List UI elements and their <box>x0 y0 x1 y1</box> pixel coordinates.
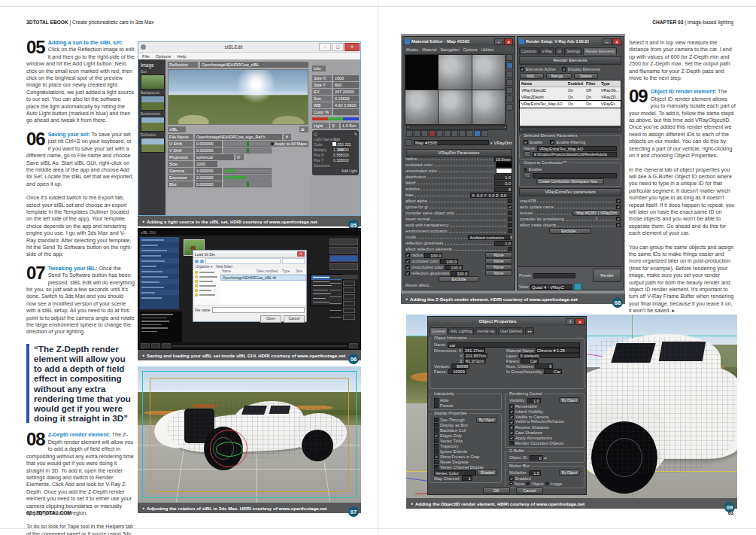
result-affect-label[interactable]: Result affect... <box>405 283 433 287</box>
address-bar[interactable] <box>193 258 306 264</box>
texture-map-button[interactable]: Map #1281 ( VRayDirt ) <box>572 210 621 216</box>
render-elements-list[interactable]: NameEnabledFilterType VRayObjectIDOnOffV… <box>519 80 621 126</box>
thumb-sun[interactable] <box>141 74 165 90</box>
checkbox[interactable] <box>434 449 439 454</box>
add-element-button[interactable]: Add... <box>520 73 544 79</box>
checkbox[interactable]: ✓ <box>562 67 566 71</box>
material-slot-active[interactable] <box>405 55 438 90</box>
radio-none[interactable] <box>509 482 513 485</box>
checkbox[interactable]: ✓ <box>616 199 621 203</box>
panel-button[interactable] <box>329 263 358 270</box>
checkbox[interactable]: ✓ <box>509 415 514 419</box>
checkbox[interactable]: ✓ <box>405 265 410 269</box>
v-shift-value[interactable]: 0.000000 <box>195 147 222 154</box>
checkbox[interactable] <box>434 428 439 433</box>
edit-icon[interactable]: ✎ <box>354 132 357 137</box>
checkbox[interactable]: ✓ <box>509 430 514 435</box>
color-swatch[interactable] <box>332 142 336 146</box>
tab-vray[interactable]: V-Ray <box>539 47 554 55</box>
list-scrollbar[interactable]: ◂▸ <box>519 127 621 132</box>
none-map-button[interactable]: None <box>485 258 512 264</box>
projection-value[interactable]: spherical <box>195 154 234 160</box>
menu-help[interactable]: Help <box>177 54 186 59</box>
merge-button[interactable]: Merge... <box>546 73 572 79</box>
checkbox[interactable]: ✓ <box>434 433 439 438</box>
tab-general[interactable]: General <box>430 327 448 335</box>
file-row-selected[interactable]: OpenfootageNEtHDRCow_sIBL.ibl <box>220 275 306 281</box>
map-combo[interactable]: Map #1595 <box>414 140 489 145</box>
radius-value[interactable]: 10.0mm <box>494 157 512 162</box>
checkbox[interactable] <box>434 444 439 448</box>
menu-material[interactable]: Material <box>422 47 436 52</box>
vertex-color-combo[interactable]: Vertex Color <box>434 470 476 476</box>
radio-image[interactable] <box>545 482 549 485</box>
titlebar[interactable]: sIBL GUI <box>138 229 360 236</box>
radio[interactable] <box>524 168 527 172</box>
v-shift-slider[interactable] <box>223 147 272 154</box>
checkbox[interactable]: ✓ <box>509 476 514 481</box>
cancel-button[interactable]: Cancel <box>516 487 543 494</box>
material-toolbar-icons[interactable] <box>405 129 490 138</box>
thumb-reflection[interactable] <box>141 138 165 153</box>
pipette-icon[interactable] <box>405 139 412 146</box>
tab-user-defined[interactable]: User Defined <box>498 327 524 335</box>
tab-settings[interactable]: Settings <box>564 47 582 55</box>
checkbox[interactable] <box>434 423 439 427</box>
sun-marker[interactable] <box>254 83 259 88</box>
info-icon[interactable]: ⓘ <box>314 132 317 137</box>
by-object-button[interactable]: By Object <box>476 417 497 423</box>
titlebar[interactable]: Render Setup: V-Ray Adv 3.00.01 –✕ <box>518 37 623 46</box>
by-object-button[interactable]: By Object <box>559 397 580 403</box>
open-button[interactable]: Open <box>260 315 281 323</box>
checkbox[interactable] <box>508 211 512 215</box>
refresh-icon[interactable]: ⟳ <box>235 154 244 160</box>
hdr-name-field[interactable]: OpenfootageNEtHDRCow_sIBL <box>200 62 308 68</box>
titlebar[interactable]: sIBLEdit – ▢ ✕ <box>138 42 360 53</box>
titlebar[interactable]: Object Properties ?✕ <box>428 317 586 326</box>
rollout-header[interactable]: Render Elements <box>519 56 621 65</box>
side-toolbar-icons[interactable] <box>506 54 513 111</box>
material-slot[interactable] <box>472 90 505 125</box>
3d-viewport[interactable] <box>138 366 361 503</box>
apply-all-toggle[interactable]: Apply to All Maps <box>269 141 308 147</box>
dialog-titlebar[interactable]: Load Ibl Set✕ <box>193 251 306 258</box>
lock-view-icon[interactable] <box>574 283 581 290</box>
close-button[interactable]: ✕ <box>504 38 513 45</box>
reflection-tab[interactable]: Reflection <box>168 62 198 68</box>
search-box[interactable] <box>282 258 305 264</box>
maximize-button[interactable]: ▢ <box>332 43 344 51</box>
menu-utilities[interactable]: Utilities <box>481 47 493 52</box>
occluded-color-swatch[interactable] <box>496 162 512 168</box>
exposure-slider[interactable] <box>223 175 272 181</box>
by-object-button[interactable]: By Object <box>559 470 580 476</box>
cancel-button[interactable]: Cancel <box>284 315 305 323</box>
checkbox[interactable]: ✓ <box>509 425 514 430</box>
checkbox[interactable] <box>434 460 439 464</box>
checkbox[interactable] <box>434 403 439 408</box>
close-button[interactable]: ✕ <box>612 38 621 45</box>
material-swatches[interactable] <box>405 54 506 125</box>
checkbox[interactable]: ✓ <box>524 140 528 144</box>
blur-value[interactable]: 0.000000 <box>195 181 222 187</box>
close-button[interactable]: ✕ <box>575 318 584 325</box>
panel-button[interactable] <box>329 239 358 245</box>
panel-button[interactable] <box>329 247 358 254</box>
menu-options[interactable]: Options <box>463 47 478 52</box>
grid-icon[interactable]: ⊞ <box>299 126 308 132</box>
checkbox[interactable] <box>509 441 514 445</box>
menu-modes[interactable]: Modes <box>406 47 418 52</box>
3d-viewport[interactable]: Object Properties ?✕ General Adv. Lighti… <box>406 315 737 498</box>
element-row[interactable]: VRayObjectIDOnOffVRayOb... <box>520 87 621 94</box>
element-row-selected[interactable]: VRayExtraTex_Map AOOnOnVRayEx... <box>520 101 621 108</box>
material-slot[interactable] <box>472 55 505 90</box>
checkbox[interactable]: ✓ <box>509 409 514 414</box>
checkbox[interactable] <box>508 217 512 221</box>
combo-arrow-icon[interactable]: ▾ <box>490 141 493 145</box>
render-button[interactable]: Render <box>593 269 621 282</box>
hdr-panorama-preview[interactable] <box>168 69 308 125</box>
menu-navigation[interactable]: Navigation <box>440 47 459 52</box>
material-slot[interactable] <box>439 90 471 125</box>
gamma-slider[interactable] <box>223 168 272 174</box>
delete-button[interactable]: Delete <box>574 73 598 79</box>
file-name-value[interactable]: OpenfootageNEtHDRCow_sign_Ref.h <box>195 134 282 140</box>
